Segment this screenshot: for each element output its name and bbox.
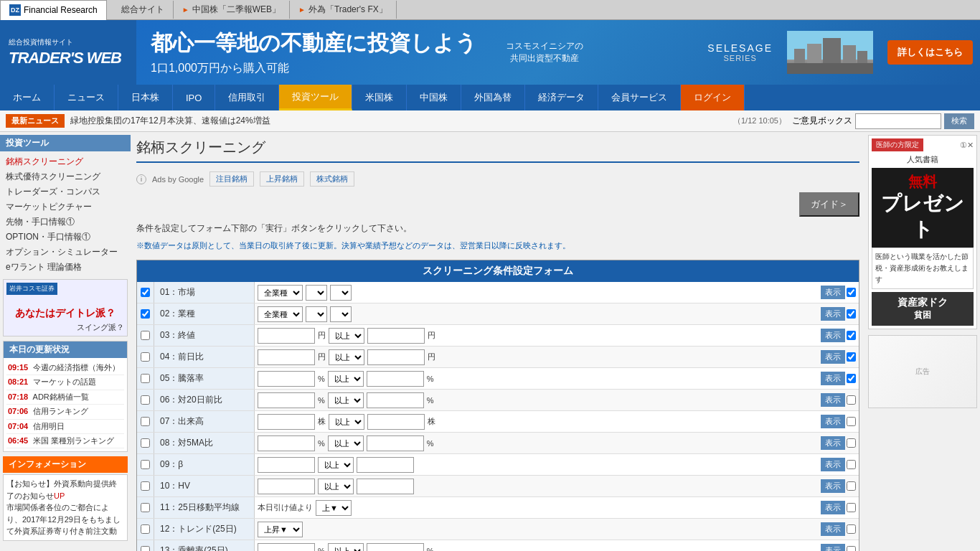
display-btn-11[interactable]: 表示 bbox=[821, 501, 845, 514]
input-07-max[interactable] bbox=[367, 414, 425, 430]
select-04[interactable]: 以上▼ bbox=[329, 349, 364, 365]
sidebar-item-screening[interactable]: 銘柄スクリーニング bbox=[0, 154, 131, 169]
display-check-10[interactable] bbox=[847, 481, 856, 491]
nav-economy[interactable]: 経済データ bbox=[525, 85, 598, 110]
nav-forex[interactable]: 外国為替 bbox=[461, 85, 525, 110]
nav-us-stock[interactable]: 米国株 bbox=[352, 85, 407, 110]
input-04-min[interactable] bbox=[258, 349, 315, 365]
display-btn-08[interactable]: 表示 bbox=[821, 436, 845, 450]
checkbox-07[interactable] bbox=[141, 417, 150, 426]
input-13-min[interactable] bbox=[258, 543, 315, 552]
display-btn-07[interactable]: 表示 bbox=[821, 415, 845, 428]
display-check-09[interactable] bbox=[847, 460, 856, 469]
sidebar-item-yutai[interactable]: 株式優待スクリーニング bbox=[0, 169, 131, 184]
ad-link-stock[interactable]: 株式銘柄 bbox=[310, 171, 354, 187]
display-btn-10[interactable]: 表示 bbox=[821, 479, 845, 493]
input-06-min[interactable] bbox=[258, 392, 315, 408]
display-btn-03[interactable]: 表示 bbox=[821, 329, 845, 342]
checkbox-13[interactable] bbox=[141, 546, 150, 551]
input-04-max[interactable] bbox=[367, 349, 425, 365]
nav-ipo[interactable]: IPO bbox=[173, 85, 215, 110]
display-btn-06[interactable]: 表示 bbox=[821, 393, 845, 407]
input-08-max[interactable] bbox=[367, 435, 424, 451]
check-01[interactable] bbox=[137, 282, 154, 303]
active-tab[interactable]: DZ Financial Research bbox=[0, 0, 107, 20]
check-13[interactable] bbox=[137, 540, 154, 551]
input-09-max[interactable] bbox=[357, 457, 414, 473]
check-09[interactable] bbox=[137, 454, 154, 475]
display-check-12[interactable] bbox=[847, 524, 856, 534]
display-check-11[interactable] bbox=[847, 503, 856, 512]
input-05-min[interactable] bbox=[258, 371, 315, 387]
select-10[interactable]: 以上▼ bbox=[318, 479, 354, 494]
display-btn-09[interactable]: 表示 bbox=[821, 458, 845, 471]
display-check-01[interactable] bbox=[847, 288, 856, 297]
check-12[interactable] bbox=[137, 519, 154, 540]
display-btn-02[interactable]: 表示 bbox=[821, 307, 845, 321]
guide-button[interactable]: ガイド＞ bbox=[799, 192, 859, 217]
select-02-3[interactable] bbox=[330, 306, 352, 322]
input-03-max[interactable] bbox=[367, 328, 425, 344]
check-03[interactable] bbox=[137, 325, 154, 346]
display-btn-12[interactable]: 表示 bbox=[821, 522, 845, 536]
check-10[interactable] bbox=[137, 476, 154, 496]
checkbox-09[interactable] bbox=[141, 460, 150, 469]
input-09-min[interactable] bbox=[258, 457, 315, 473]
checkbox-04[interactable] bbox=[141, 352, 150, 362]
nav-news[interactable]: ニュース bbox=[55, 85, 118, 110]
select-09[interactable]: 以上▼ bbox=[318, 457, 354, 473]
nav-japan-stock[interactable]: 日本株 bbox=[118, 85, 173, 110]
nav-login[interactable]: ログイン bbox=[681, 85, 745, 110]
display-btn-04[interactable]: 表示 bbox=[821, 350, 845, 364]
ad-close-icon[interactable]: ①✕ bbox=[960, 141, 974, 150]
tab-link-main[interactable]: 総合サイト bbox=[113, 1, 174, 19]
input-08-min[interactable] bbox=[258, 435, 315, 451]
tab-link-forex[interactable]: ► 外為「Trader's FX」 bbox=[290, 1, 397, 19]
display-check-13[interactable] bbox=[847, 546, 856, 551]
display-check-05[interactable] bbox=[847, 374, 856, 383]
sidebar-item-futures[interactable]: 先物・手口情報① bbox=[0, 215, 131, 230]
display-btn-01[interactable]: 表示 bbox=[821, 286, 845, 299]
tab-link-china[interactable]: ► 中国株「二季報WEB」 bbox=[174, 1, 290, 19]
select-01-3[interactable] bbox=[330, 285, 352, 301]
display-check-04[interactable] bbox=[847, 352, 856, 362]
nav-margin[interactable]: 信用取引 bbox=[215, 85, 279, 110]
input-10-min[interactable] bbox=[258, 479, 315, 494]
checkbox-11[interactable] bbox=[141, 503, 150, 512]
update-scroll[interactable]: 09:15 今週の経済指標（海外） 08:21 マーケットの話題 07:18 A… bbox=[6, 361, 124, 448]
display-btn-13[interactable]: 表示 bbox=[821, 544, 845, 551]
sidebar-item-ewarrant[interactable]: eワラント 理論価格 bbox=[0, 260, 131, 275]
input-06-max[interactable] bbox=[367, 392, 424, 408]
input-10-max[interactable] bbox=[357, 479, 414, 494]
banner-cta[interactable]: 詳しくはこちら bbox=[887, 40, 973, 65]
select-08[interactable]: 以上▼ bbox=[328, 435, 364, 451]
display-btn-05[interactable]: 表示 bbox=[821, 372, 845, 385]
display-check-06[interactable] bbox=[847, 395, 856, 405]
sidebar-item-market-picture[interactable]: マーケットピクチャー bbox=[0, 199, 131, 215]
search-input[interactable] bbox=[855, 113, 941, 129]
checkbox-01[interactable] bbox=[141, 288, 150, 297]
nav-member[interactable]: 会員サービス bbox=[598, 85, 681, 110]
sidebar-item-compass[interactable]: トレーダーズ・コンパス bbox=[0, 184, 131, 199]
input-13-max[interactable] bbox=[367, 543, 424, 552]
checkbox-05[interactable] bbox=[141, 374, 150, 383]
select-02-1[interactable]: 全業種 bbox=[258, 306, 303, 322]
select-01-2[interactable] bbox=[306, 285, 327, 301]
select-06[interactable]: 以上▼ bbox=[328, 392, 364, 408]
display-check-07[interactable] bbox=[847, 417, 856, 426]
check-02[interactable] bbox=[137, 303, 154, 324]
check-05[interactable] bbox=[137, 368, 154, 389]
select-05[interactable]: 以上▼ bbox=[328, 371, 364, 387]
ad-link-rise[interactable]: 上昇銘柄 bbox=[260, 171, 304, 187]
checkbox-12[interactable] bbox=[141, 524, 150, 534]
nav-tools[interactable]: 投資ツール bbox=[279, 85, 352, 110]
display-check-08[interactable] bbox=[847, 438, 856, 448]
input-07-min[interactable] bbox=[258, 414, 315, 430]
select-03[interactable]: 以上▼ bbox=[329, 328, 364, 344]
checkbox-03[interactable] bbox=[141, 331, 150, 340]
nav-home[interactable]: ホーム bbox=[0, 85, 55, 110]
select-13[interactable]: 以上▼ bbox=[328, 543, 364, 552]
select-07[interactable]: 以上▼ bbox=[329, 414, 364, 430]
check-07[interactable] bbox=[137, 411, 154, 432]
nav-china-stock[interactable]: 中国株 bbox=[407, 85, 461, 110]
